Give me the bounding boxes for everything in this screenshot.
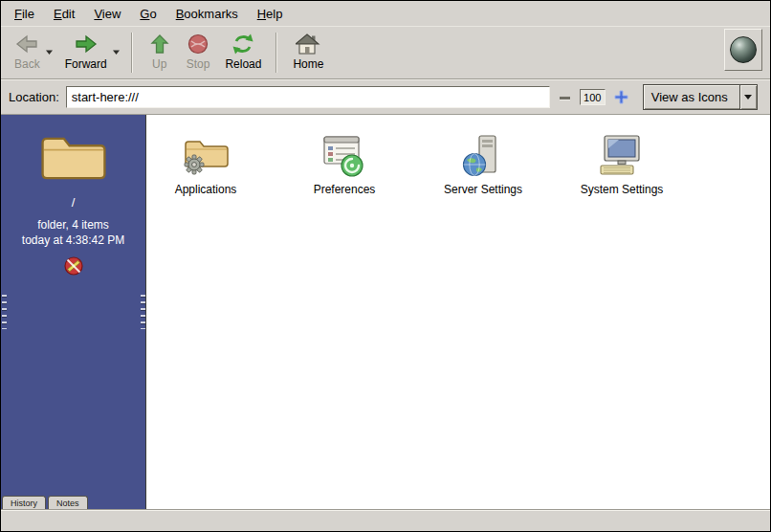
plus-icon xyxy=(614,90,628,104)
view-as-value: View as Icons xyxy=(644,85,739,109)
sidebar-item-count: folder, 4 items xyxy=(37,218,109,232)
icon-label: Preferences xyxy=(314,183,376,196)
menu-go[interactable]: Go xyxy=(130,3,165,25)
icon-label: Server Settings xyxy=(444,183,522,196)
sidebar-title: / xyxy=(72,195,76,210)
forward-history-dropdown-button[interactable] xyxy=(110,42,122,60)
back-arrow-icon xyxy=(14,33,39,55)
up-button[interactable]: Up xyxy=(141,29,179,73)
menu-edit[interactable]: Edit xyxy=(44,3,84,25)
icon-server-settings[interactable]: Server Settings xyxy=(430,128,537,196)
location-label: Location: xyxy=(9,90,59,104)
reload-icon xyxy=(231,33,255,55)
stop-button[interactable]: Stop xyxy=(179,29,218,73)
view-as-select[interactable]: View as Icons xyxy=(643,84,758,110)
view-as-dropdown-button[interactable] xyxy=(739,85,757,109)
pane-resize-grip[interactable] xyxy=(2,295,7,329)
zoom-in-button[interactable] xyxy=(612,88,630,106)
menu-file[interactable]: File xyxy=(5,3,44,25)
back-history-dropdown-button[interactable] xyxy=(43,42,55,60)
icon-label: System Settings xyxy=(581,183,664,196)
menu-help[interactable]: Help xyxy=(248,3,293,25)
nautilus-window: File Edit View Go Bookmarks Help Back Fo… xyxy=(0,0,771,532)
chevron-down-icon xyxy=(45,44,54,58)
chevron-down-icon xyxy=(744,95,752,100)
toolbar: Back Forward Up xyxy=(1,26,770,79)
content-pane[interactable]: Applications Preferences xyxy=(146,115,770,509)
zoom-out-button[interactable] xyxy=(557,90,573,105)
up-arrow-icon xyxy=(148,33,171,55)
applications-folder-gear-icon xyxy=(182,128,230,178)
icon-label: Applications xyxy=(175,183,237,196)
pane-resize-grip[interactable] xyxy=(141,295,145,329)
monitor-keyboard-icon xyxy=(596,128,648,178)
throbber xyxy=(724,29,762,71)
location-input[interactable] xyxy=(66,86,550,108)
sidebar: / folder, 4 items today at 4:38:42 PM Hi… xyxy=(1,115,146,509)
sidebar-modified: today at 4:38:42 PM xyxy=(22,233,124,247)
reload-button[interactable]: Reload xyxy=(217,29,269,73)
stop-icon xyxy=(187,33,209,55)
notes-tab[interactable]: Notes xyxy=(48,496,88,509)
nowrite-emblem-icon xyxy=(63,255,84,280)
toolbar-separator xyxy=(275,33,276,73)
icon-system-settings[interactable]: System Settings xyxy=(568,128,675,196)
throbber-sphere-icon xyxy=(730,36,757,63)
forward-button[interactable]: Forward xyxy=(57,29,115,73)
menu-bookmarks[interactable]: Bookmarks xyxy=(166,3,248,25)
location-bar: Location: 100 View as Icons xyxy=(1,79,770,115)
minus-icon xyxy=(559,92,571,103)
home-button[interactable]: Home xyxy=(285,29,331,73)
icon-preferences[interactable]: Preferences xyxy=(291,128,398,196)
home-icon xyxy=(296,33,320,55)
main-area: / folder, 4 items today at 4:38:42 PM Hi… xyxy=(1,115,770,509)
toolbar-separator xyxy=(131,33,132,73)
zoom-level: 100 xyxy=(580,89,606,105)
history-tab[interactable]: History xyxy=(2,496,46,509)
status-bar xyxy=(1,509,770,531)
menu-view[interactable]: View xyxy=(84,3,130,25)
preferences-window-swirl-icon xyxy=(320,128,368,178)
menu-bar: File Edit View Go Bookmarks Help xyxy=(1,1,770,26)
icon-applications[interactable]: Applications xyxy=(152,128,259,196)
server-tower-globe-icon xyxy=(459,128,507,178)
folder-icon xyxy=(39,130,108,184)
sidebar-tabs: History Notes xyxy=(2,496,88,509)
back-button[interactable]: Back xyxy=(7,29,48,73)
chevron-down-icon xyxy=(112,44,121,58)
forward-arrow-icon xyxy=(74,33,99,55)
